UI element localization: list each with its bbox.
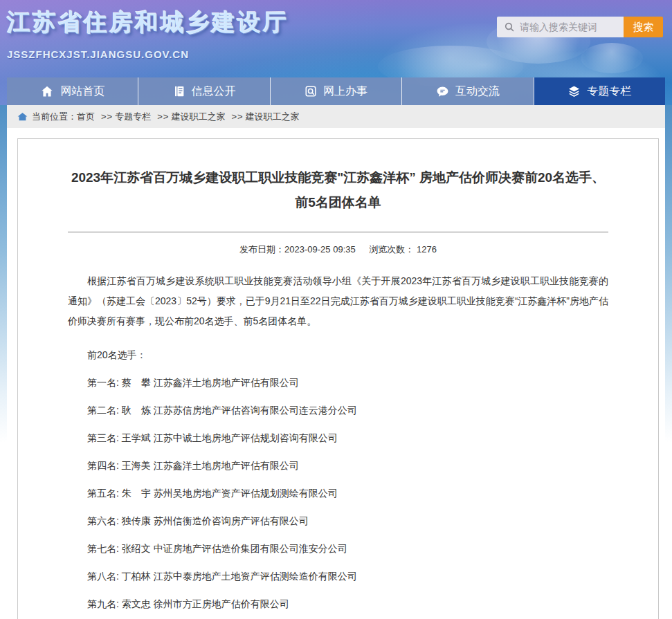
article-body: 根据江苏省百万城乡建设系统职工职业技能竞赛活动领导小组《关于开展2023年江苏省… xyxy=(68,271,608,619)
winner-name: 耿 炼 xyxy=(122,405,151,416)
winner-item-9: 第九名: 索文忠 徐州市方正房地产估价有限公司 xyxy=(68,597,608,611)
winner-company: 江苏鑫洋土地房地产评估有限公司 xyxy=(154,460,299,471)
document-icon xyxy=(173,85,185,98)
nav-item-label: 互动交流 xyxy=(455,84,500,99)
breadcrumb-separator: >> xyxy=(231,111,243,122)
winner-rank: 第四名: xyxy=(87,460,119,471)
nav-item-online-services[interactable]: 网上办事 xyxy=(270,77,401,105)
nav-item-info-disclosure[interactable]: 信息公开 xyxy=(138,77,269,105)
lead-paragraph: 根据江苏省百万城乡建设系统职工职业技能竞赛活动领导小组《关于开展2023年江苏省… xyxy=(68,271,608,331)
content-area: 2023年江苏省百万城乡建设职工职业技能竞赛"江苏鑫洋杯” 房地产估价师决赛前2… xyxy=(7,128,665,619)
nav-item-special-topics[interactable]: 专题专栏 xyxy=(534,77,665,105)
winner-company: 中证房地产评估造价集团有限公司淮安分公司 xyxy=(154,543,347,554)
nav-item-label: 网站首页 xyxy=(60,84,105,99)
winner-company: 苏州信衡造价咨询房产评估有限公司 xyxy=(154,515,309,526)
breadcrumb-link-home[interactable]: 首页 xyxy=(77,111,95,123)
winner-name: 张绍文 xyxy=(122,543,151,554)
winner-company: 江苏中泰房地产土地资产评估测绘造价有限公司 xyxy=(154,571,357,582)
winners-list-heading: 前20名选手： xyxy=(68,348,608,362)
winner-name: 丁柏林 xyxy=(122,571,151,582)
publish-date: 发布日期：2023-09-25 09:35 xyxy=(239,244,356,255)
winner-rank: 第九名: xyxy=(87,598,119,609)
winner-rank: 第五名: xyxy=(87,488,119,499)
nav-item-label: 专题专栏 xyxy=(587,84,631,99)
nav-item-interaction[interactable]: 互动交流 xyxy=(401,77,533,105)
header-building-dome xyxy=(581,43,643,73)
nav-item-label: 信息公开 xyxy=(192,84,236,99)
breadcrumb-link-workers-home[interactable]: 建设职工之家 xyxy=(171,111,225,123)
title-divider xyxy=(68,232,608,232)
winner-item-6: 第六名: 独传康 苏州信衡造价咨询房产评估有限公司 xyxy=(68,514,608,528)
search-box[interactable] xyxy=(497,17,624,37)
winner-rank: 第六名: xyxy=(87,515,119,526)
home-icon xyxy=(40,84,54,98)
breadcrumb: 当前位置： 首页 >> 专题专栏 >> 建设职工之家 >> 建设职工之家 xyxy=(7,105,665,128)
site-header: 江苏省住房和城乡建设厅 JSSZFHCXJST.JIANGSU.GOV.CN 搜… xyxy=(0,0,672,105)
winner-name: 王学斌 xyxy=(122,432,151,443)
winner-name: 蔡 攀 xyxy=(122,377,151,388)
winner-rank: 第三名: xyxy=(87,432,119,443)
winner-item-1: 第一名: 蔡 攀 江苏鑫洋土地房地产评估有限公司 xyxy=(68,376,608,389)
winner-company: 江苏苏信房地产评估咨询有限公司连云港分公司 xyxy=(154,405,357,416)
breadcrumb-home-icon xyxy=(17,112,28,121)
view-count: 浏览次数： 1276 xyxy=(369,244,437,255)
winner-company: 苏州吴地房地产资产评估规划测绘有限公司 xyxy=(154,488,338,499)
article-meta: 发布日期：2023-09-25 09:35 浏览次数： 1276 xyxy=(68,243,608,256)
winner-rank: 第七名: xyxy=(87,543,119,554)
site-url: JSSZFHCXJST.JIANGSU.GOV.CN xyxy=(7,48,289,60)
layers-icon xyxy=(567,85,581,98)
breadcrumb-link-workers-home-2[interactable]: 建设职工之家 xyxy=(246,111,300,123)
article-title: 2023年江苏省百万城乡建设职工职业技能竞赛"江苏鑫洋杯” 房地产估价师决赛前2… xyxy=(68,165,608,215)
search-icon xyxy=(504,21,515,33)
nav-item-label: 网上办事 xyxy=(323,84,367,99)
nav-item-home[interactable]: 网站首页 xyxy=(7,77,138,105)
winner-company: 徐州市方正房地产估价有限公司 xyxy=(154,598,289,609)
winner-company: 江苏中诚土地房地产评估规划咨询有限公司 xyxy=(154,432,338,443)
breadcrumb-link-topics[interactable]: 专题专栏 xyxy=(115,111,151,123)
winner-rank: 第二名: xyxy=(87,405,119,416)
winner-item-7: 第七名: 张绍文 中证房地产评估造价集团有限公司淮安分公司 xyxy=(68,542,608,555)
winner-rank: 第一名: xyxy=(87,377,119,388)
search-input[interactable] xyxy=(520,21,617,33)
breadcrumb-separator: >> xyxy=(101,111,113,122)
doc-search-icon xyxy=(305,85,317,98)
winner-name: 索文忠 xyxy=(122,598,151,609)
site-title: 江苏省住房和城乡建设厅 xyxy=(7,7,289,39)
site-brand: 江苏省住房和城乡建设厅 JSSZFHCXJST.JIANGSU.GOV.CN xyxy=(7,7,289,60)
article-card: 2023年江苏省百万城乡建设职工职业技能竞赛"江苏鑫洋杯” 房地产估价师决赛前2… xyxy=(17,138,659,619)
search-button[interactable]: 搜索 xyxy=(624,17,663,37)
header-search: 搜索 xyxy=(497,17,663,37)
breadcrumb-prefix: 当前位置： xyxy=(32,111,77,123)
winner-rank: 第八名: xyxy=(87,571,119,582)
winner-name: 朱 宇 xyxy=(122,488,151,499)
winner-name: 独传康 xyxy=(122,515,151,526)
winner-item-4: 第四名: 王海美 江苏鑫洋土地房地产评估有限公司 xyxy=(68,459,608,472)
winner-item-3: 第三名: 王学斌 江苏中诚土地房地产评估规划咨询有限公司 xyxy=(68,431,608,445)
chat-icon xyxy=(436,85,449,98)
winner-company: 江苏鑫洋土地房地产评估有限公司 xyxy=(154,377,299,388)
breadcrumb-separator: >> xyxy=(157,111,169,122)
winner-item-2: 第二名: 耿 炼 江苏苏信房地产评估咨询有限公司连云港分公司 xyxy=(68,403,608,417)
winner-name: 王海美 xyxy=(122,460,151,471)
winner-item-8: 第八名: 丁柏林 江苏中泰房地产土地资产评估测绘造价有限公司 xyxy=(68,569,608,583)
main-navbar: 网站首页 信息公开 网上办事 互动交流 专题专栏 xyxy=(7,77,665,105)
winner-item-5: 第五名: 朱 宇 苏州吴地房地产资产评估规划测绘有限公司 xyxy=(68,486,608,500)
